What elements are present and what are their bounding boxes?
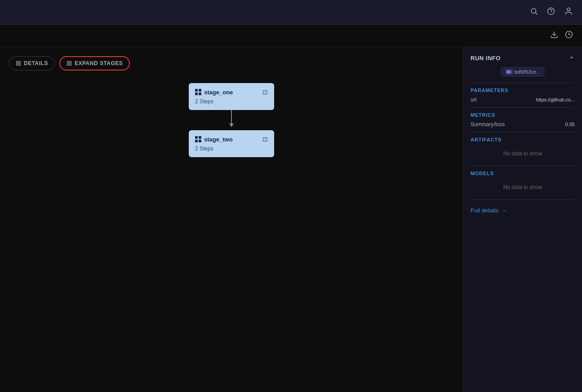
user-icon[interactable] <box>564 7 573 18</box>
stage-two-steps: 2 Steps <box>195 145 268 152</box>
stage-two-title: stage_two <box>195 136 233 143</box>
metrics-title: METRICS <box>471 112 575 118</box>
stage-one-header: stage_one ⊡ <box>195 88 268 96</box>
run-id-value: bd6853ce... <box>515 69 541 75</box>
collapse-icon[interactable] <box>569 54 575 62</box>
full-details-link[interactable]: Full details → <box>471 207 575 214</box>
run-id-row: ID bd6853ce... <box>471 67 575 76</box>
svg-rect-7 <box>17 62 18 63</box>
artifacts-title: ARTIFACTS <box>471 137 575 142</box>
metric-key: Summary/loss <box>471 121 505 128</box>
details-button[interactable]: DETAILS <box>9 56 55 70</box>
svg-rect-14 <box>67 64 69 66</box>
full-details-arrow: → <box>501 207 507 214</box>
param-url-value: https://github.co... <box>536 97 575 102</box>
stage-two-node[interactable]: stage_two ⊡ 2 Steps <box>189 130 274 157</box>
metric-value: 0.05 <box>565 122 575 127</box>
expand-stages-button[interactable]: EXPAND STAGES <box>59 56 130 70</box>
download-icon[interactable] <box>550 31 558 41</box>
run-id-badge: ID bd6853ce... <box>501 67 545 76</box>
stage-two-header: stage_two ⊡ <box>195 136 268 143</box>
svg-point-4 <box>567 8 570 11</box>
metric-row: Summary/loss 0.05 <box>471 121 575 128</box>
parameters-title: PARAMETERS <box>471 88 575 93</box>
svg-rect-9 <box>19 64 21 66</box>
artifacts-no-data: No data to show <box>471 146 575 161</box>
run-id-label: ID <box>505 69 513 75</box>
stage-one-steps: 2 Steps <box>195 98 268 105</box>
full-details-label: Full details <box>471 207 498 214</box>
help-icon[interactable] <box>547 7 555 18</box>
toolbar-buttons: DETAILS EXPAND STAGES <box>9 56 130 70</box>
run-info-title: RUN INFO <box>471 55 501 62</box>
svg-point-0 <box>531 9 536 13</box>
svg-rect-10 <box>17 64 18 66</box>
svg-rect-11 <box>67 62 69 63</box>
param-url-row: url https://github.co... <box>471 97 575 103</box>
connector-arrow <box>229 110 234 130</box>
stage-one-expand-icon[interactable]: ⊡ <box>262 88 268 96</box>
divider-models <box>471 166 575 166</box>
models-title: MODELS <box>471 171 575 176</box>
svg-rect-8 <box>19 62 21 63</box>
stage-two-expand-icon[interactable]: ⊡ <box>262 136 268 143</box>
run-info-header: RUN INFO <box>471 54 575 62</box>
search-icon[interactable] <box>530 7 538 18</box>
pipeline-container: stage_one ⊡ 2 Steps <box>189 83 274 157</box>
divider-parameters <box>471 83 575 83</box>
models-no-data: No data to show <box>471 180 575 195</box>
svg-line-1 <box>535 13 537 14</box>
svg-rect-12 <box>70 62 71 63</box>
top-nav <box>0 0 582 25</box>
stage-one-title: stage_one <box>195 89 233 96</box>
divider-full-details <box>471 199 575 200</box>
param-url-key: url <box>471 97 476 103</box>
stage-two-icon <box>195 136 201 142</box>
stage-one-icon <box>195 89 201 95</box>
main-content: DETAILS EXPAND STAGES <box>0 47 582 392</box>
svg-rect-13 <box>70 64 71 66</box>
activity-icon[interactable] <box>565 31 573 41</box>
right-sidebar: RUN INFO ID bd6853ce... PARAMETERS url h… <box>463 47 582 392</box>
second-toolbar <box>0 25 582 47</box>
canvas-area: DETAILS EXPAND STAGES <box>0 47 463 392</box>
divider-artifacts <box>471 132 575 132</box>
stage-one-node[interactable]: stage_one ⊡ 2 Steps <box>189 83 274 110</box>
divider-metrics <box>471 107 575 108</box>
